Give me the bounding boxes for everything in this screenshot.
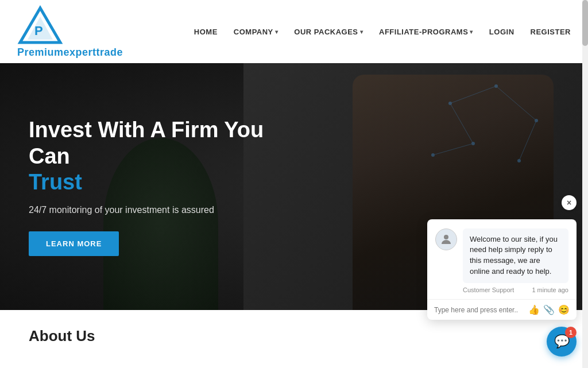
nav-item-login[interactable]: LOGIN	[489, 28, 514, 36]
chat-sender: Customer Support	[463, 286, 514, 293]
chat-bubble-text: Welcome to our site, if you need help si…	[463, 228, 568, 283]
chat-fab-button[interactable]: 💬 1	[547, 327, 577, 351]
nav-item-register[interactable]: REGISTER	[531, 28, 571, 36]
svg-text:P: P	[34, 24, 43, 38]
svg-line-11	[450, 103, 473, 144]
svg-line-10	[496, 86, 536, 121]
hero-subtitle: 24/7 monitoring of your investment is as…	[29, 205, 293, 215]
chat-popup: Welcome to our site, if you need help si…	[427, 219, 577, 320]
chat-popup-wrapper: × Welcome to our site, if you need help …	[427, 219, 577, 322]
svg-line-13	[433, 144, 473, 155]
logo-area[interactable]: P Premiumexperttrade	[17, 5, 123, 59]
svg-line-9	[450, 86, 496, 103]
chevron-down-icon: ▾	[275, 29, 278, 35]
thumbs-up-icon[interactable]: 👍	[528, 304, 540, 315]
hero-title-line2: Trust	[29, 169, 293, 196]
page-scrollbar[interactable]	[582, 0, 588, 351]
chevron-down-icon: ▾	[360, 29, 363, 35]
hero-content: Invest With A Firm You Can Trust 24/7 mo…	[0, 117, 322, 256]
chat-widget: × Welcome to our site, if you need help …	[427, 219, 577, 351]
avatar	[435, 228, 457, 250]
hero-title-line1: Invest With A Firm You Can	[29, 117, 293, 169]
chat-input-area: 👍 📎 😊	[427, 299, 577, 320]
chevron-down-icon: ▾	[470, 29, 473, 35]
svg-point-14	[444, 235, 448, 239]
main-nav: HOME COMPANY ▾ OUR PACKAGES ▾ AFFILIATE-…	[194, 28, 571, 36]
chat-close-button[interactable]: ×	[562, 195, 577, 210]
chat-input[interactable]	[434, 306, 524, 314]
chat-actions: 👍 📎 😊	[528, 304, 570, 315]
svg-line-12	[519, 121, 536, 161]
nav-item-home[interactable]: HOME	[194, 28, 218, 36]
chat-message-area: Welcome to our site, if you need help si…	[427, 219, 577, 299]
chat-badge: 1	[565, 327, 577, 338]
nav-item-affiliate-programs[interactable]: AFFILIATE-PROGRAMS ▾	[379, 28, 473, 36]
logo-text: Premiumexperttrade	[17, 47, 123, 59]
chat-meta: Customer Support 1 minute ago	[463, 286, 568, 293]
emoji-icon[interactable]: 😊	[558, 304, 570, 315]
header: P Premiumexperttrade HOME COMPANY ▾ OUR …	[0, 0, 588, 63]
logo-icon: P	[17, 5, 63, 45]
learn-more-button[interactable]: LEARN MORE	[29, 231, 119, 256]
chat-bubble: Welcome to our site, if you need help si…	[463, 228, 568, 293]
nav-item-our-packages[interactable]: OUR PACKAGES ▾	[294, 28, 363, 36]
attachment-icon[interactable]: 📎	[543, 304, 555, 315]
chat-time: 1 minute ago	[532, 286, 568, 293]
scrollbar-thumb[interactable]	[582, 0, 588, 46]
nav-item-company[interactable]: COMPANY ▾	[234, 28, 278, 36]
